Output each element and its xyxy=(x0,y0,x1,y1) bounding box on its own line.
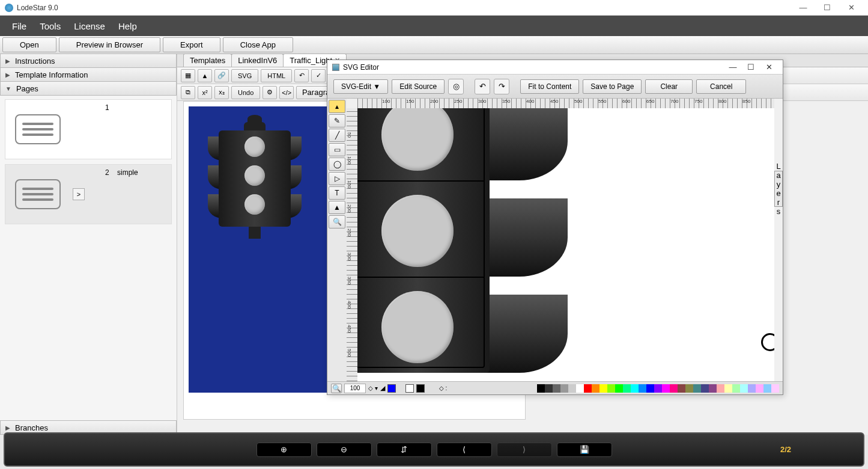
superscript-icon[interactable]: x² xyxy=(198,86,212,99)
fit-content-button[interactable]: Fit to Content xyxy=(520,79,579,94)
close-app-button[interactable]: Close App xyxy=(223,37,293,52)
menu-help[interactable]: Help xyxy=(118,21,137,31)
zoom-icon[interactable]: 🔍 xyxy=(331,384,342,393)
page-thumb-2[interactable]: > 2 simple xyxy=(5,164,172,224)
copy-icon[interactable]: ⧉ xyxy=(181,86,195,99)
layers-tab[interactable]: Layers xyxy=(774,171,783,207)
link-icon[interactable]: 🔗 xyxy=(214,69,229,82)
swatch[interactable] xyxy=(631,384,639,393)
undo-icon[interactable]: ↶ xyxy=(475,79,490,94)
swatch[interactable] xyxy=(623,384,631,393)
open-button[interactable]: Open xyxy=(2,37,56,52)
swatch[interactable] xyxy=(599,384,607,393)
section-pages[interactable]: ▼Pages xyxy=(0,81,177,96)
swatch[interactable] xyxy=(693,384,701,393)
text-tool[interactable]: T xyxy=(329,186,345,200)
prev-page-button[interactable]: ⟨ xyxy=(437,443,492,457)
line-tool[interactable]: ╱ xyxy=(329,129,345,142)
swatch[interactable] xyxy=(576,384,584,393)
minimize-button[interactable]: — xyxy=(791,3,815,12)
swatch[interactable] xyxy=(717,384,724,393)
section-template-info[interactable]: ▶Template Information xyxy=(0,67,177,82)
swatch[interactable] xyxy=(701,384,709,393)
layout-icon[interactable]: ▦ xyxy=(181,69,195,82)
stroke-outer-swatch[interactable] xyxy=(405,384,414,393)
svg-button[interactable]: SVG xyxy=(231,69,258,82)
swatch[interactable] xyxy=(756,384,763,393)
ellipse-tool[interactable]: ◯ xyxy=(329,158,345,171)
swatch[interactable] xyxy=(584,384,592,393)
swatch[interactable] xyxy=(724,384,732,393)
rect-tool[interactable]: ▭ xyxy=(329,143,345,156)
swatch[interactable] xyxy=(709,384,717,393)
stroke-swatch[interactable] xyxy=(416,384,425,393)
save-disk-button[interactable]: 💾 xyxy=(557,443,612,457)
svg-edit-menu[interactable]: SVG-Edit ▼ xyxy=(333,79,388,94)
move-page-button[interactable]: > xyxy=(73,188,85,200)
menu-license[interactable]: License xyxy=(74,21,105,31)
swatch[interactable] xyxy=(740,384,748,393)
swatch[interactable] xyxy=(592,384,599,393)
swatch[interactable] xyxy=(732,384,740,393)
swatch[interactable] xyxy=(568,384,576,393)
clear-button[interactable]: Clear xyxy=(645,79,693,94)
preview-button[interactable]: Preview in Browser xyxy=(59,37,160,52)
swatch[interactable] xyxy=(748,384,756,393)
export-button[interactable]: Export xyxy=(163,37,220,52)
zoom-input[interactable] xyxy=(344,384,366,393)
swatch[interactable] xyxy=(646,384,654,393)
swatch[interactable] xyxy=(654,384,662,393)
tab-linkedin[interactable]: LinkedInV6 xyxy=(231,54,284,67)
menu-file[interactable]: File xyxy=(12,21,26,31)
edit-source-button[interactable]: Edit Source xyxy=(392,79,445,94)
subscript-icon[interactable]: x₂ xyxy=(214,86,229,99)
zoom-stepper[interactable]: ◇ ▾ xyxy=(368,385,378,391)
swatch[interactable] xyxy=(607,384,615,393)
image-tool[interactable]: ▲ xyxy=(329,201,345,214)
gear-icon[interactable]: ⚙ xyxy=(263,86,277,99)
code-icon[interactable]: </> xyxy=(279,86,294,99)
check-icon[interactable]: ✓ xyxy=(311,69,326,82)
swatch[interactable] xyxy=(545,384,553,393)
swatch[interactable] xyxy=(639,384,646,393)
swatch[interactable] xyxy=(685,384,693,393)
page-thumb-1[interactable]: 1 xyxy=(5,99,172,159)
svg-canvas[interactable] xyxy=(357,108,774,381)
image-icon[interactable]: ▲ xyxy=(198,69,212,82)
close-window-button[interactable]: ✕ xyxy=(839,3,863,12)
swatch[interactable] xyxy=(537,384,545,393)
swatch[interactable] xyxy=(662,384,670,393)
undo-icon[interactable]: ↶ xyxy=(294,69,309,82)
dialog-titlebar[interactable]: SVG Editor — ☐ ✕ xyxy=(327,60,783,75)
save-page-button[interactable]: Save to Page xyxy=(583,79,642,94)
path-tool[interactable]: ▷ xyxy=(329,172,345,185)
dialog-close[interactable]: ✕ xyxy=(760,63,778,72)
fill-icon[interactable]: ◢ xyxy=(380,384,385,392)
swatch[interactable] xyxy=(615,384,623,393)
cancel-button[interactable]: Cancel xyxy=(696,79,746,94)
swatch[interactable] xyxy=(560,384,568,393)
swatch[interactable] xyxy=(553,384,560,393)
swatch[interactable] xyxy=(670,384,678,393)
select-tool[interactable]: ▴ xyxy=(329,100,345,113)
add-page-button[interactable]: ⊕ xyxy=(256,443,312,457)
fill-swatch[interactable] xyxy=(387,384,396,393)
swatch[interactable] xyxy=(763,384,771,393)
remove-page-button[interactable]: ⊖ xyxy=(317,443,372,457)
html-button[interactable]: HTML xyxy=(261,69,292,82)
zoom-tool[interactable]: 🔍 xyxy=(329,215,345,228)
swatch[interactable] xyxy=(678,384,685,393)
pencil-tool[interactable]: ✎ xyxy=(329,114,345,127)
dialog-maximize[interactable]: ☐ xyxy=(742,63,760,72)
dialog-minimize[interactable]: — xyxy=(724,63,742,72)
wireframe-icon[interactable]: ◎ xyxy=(448,79,464,94)
menu-tools[interactable]: Tools xyxy=(40,21,61,31)
undo-button[interactable]: Undo xyxy=(231,86,260,99)
tab-templates[interactable]: Templates xyxy=(183,54,232,67)
next-page-button[interactable]: ⟩ xyxy=(497,443,552,457)
swatch[interactable] xyxy=(771,384,779,393)
redo-icon[interactable]: ↷ xyxy=(494,79,509,94)
section-instructions[interactable]: ▶Instructions xyxy=(0,54,177,68)
sort-button[interactable]: ⇵ xyxy=(377,443,432,457)
maximize-button[interactable]: ☐ xyxy=(815,3,839,12)
